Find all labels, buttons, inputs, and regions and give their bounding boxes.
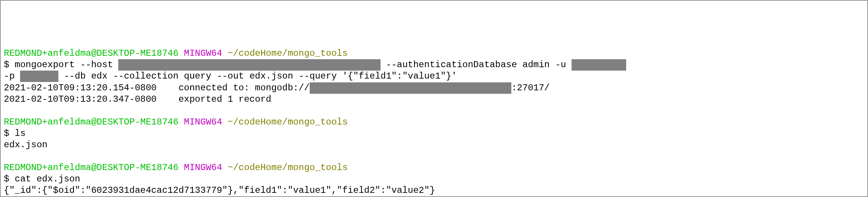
prompt-line-3: REDMOND+anfeldma@DESKTOP-ME18746 MINGW64… [4, 162, 864, 173]
prompt-env: MINGW64 [184, 117, 222, 127]
command-line-1b[interactable]: -p --db edx --collection query --out edx… [4, 71, 864, 82]
prompt-user: REDMOND+anfeldma@DESKTOP-ME18746 [4, 117, 179, 127]
redacted-password [20, 71, 58, 82]
command-line-1[interactable]: $ mongoexport --host --authenticationDat… [4, 59, 864, 71]
prompt-path: ~/codeHome/mongo_tools [228, 162, 348, 173]
prompt-user: REDMOND+anfeldma@DESKTOP-ME18746 [4, 48, 179, 58]
mongoexport-command-part1: mongoexport --host [15, 60, 119, 70]
blank-line-1 [4, 105, 864, 117]
redacted-host [118, 59, 380, 71]
output-line-1: 2021-02-10T09:13:20.154-0800 connected t… [4, 82, 864, 94]
cat-output: {"_id":{"$oid":"6023931dae4cac12d7133779… [4, 185, 864, 196]
prompt-path: ~/codeHome/mongo_tools [228, 117, 348, 127]
prompt-symbol: $ [4, 128, 9, 139]
mongoexport-command-part2: --authenticationDatabase admin -u [381, 60, 572, 70]
ls-output: edx.json [4, 139, 864, 151]
ls-command: ls [15, 128, 26, 139]
prompt-symbol: $ [4, 60, 9, 70]
prompt-user: REDMOND+anfeldma@DESKTOP-ME18746 [4, 162, 179, 173]
prompt-env: MINGW64 [184, 162, 222, 173]
prompt-symbol: $ [4, 174, 9, 184]
output-connected-b: :27017/ [511, 83, 550, 93]
prompt-env: MINGW64 [184, 48, 222, 58]
command-line-3[interactable]: $ cat edx.json [4, 173, 864, 185]
output-exported: 2021-02-10T09:13:20.347-0800 exported 1 … [4, 94, 864, 105]
prompt-path: ~/codeHome/mongo_tools [228, 48, 348, 58]
blank-line-2 [4, 151, 864, 162]
mongoexport-command-part4: --db edx --collection query --out edx.js… [58, 71, 457, 82]
redacted-user [572, 59, 626, 71]
output-connected-a: 2021-02-10T09:13:20.154-0800 connected t… [4, 83, 310, 93]
command-line-2[interactable]: $ ls [4, 128, 864, 139]
cat-command: cat edx.json [15, 174, 80, 184]
prompt-line-1: REDMOND+anfeldma@DESKTOP-ME18746 MINGW64… [4, 48, 864, 59]
redacted-mongodb-host [310, 82, 512, 94]
prompt-line-2: REDMOND+anfeldma@DESKTOP-ME18746 MINGW64… [4, 117, 864, 128]
mongoexport-command-part3: -p [4, 71, 20, 82]
